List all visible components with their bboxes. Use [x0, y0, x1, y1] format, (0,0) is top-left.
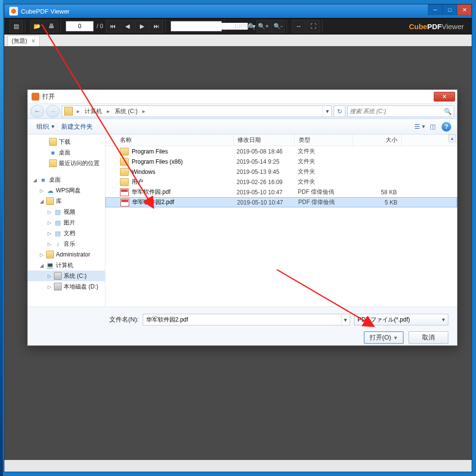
chevron-right-icon[interactable]: ▸ — [105, 108, 112, 115]
fit-page-button[interactable]: ⛶ — [306, 20, 320, 33]
cancel-button[interactable]: 取消 — [408, 331, 448, 344]
first-page-button[interactable]: ⏮ — [106, 20, 119, 33]
document-tab[interactable]: (無題) ✕ — [7, 35, 40, 46]
new-folder-button[interactable]: 新建文件夹 — [58, 120, 96, 133]
tree-item-icon — [46, 251, 54, 258]
file-row[interactable]: Program Files2019-05-08 18:46文件夹 — [105, 146, 457, 156]
tree-item[interactable]: ▷♪音乐 — [28, 238, 105, 249]
column-header-date[interactable]: 修改日期 — [234, 135, 295, 146]
tree-item[interactable]: ▷▧图片 — [28, 217, 105, 228]
tree-expand-icon[interactable]: ◢ — [38, 263, 45, 268]
preview-pane-button[interactable]: ◫ — [428, 122, 438, 131]
fit-width-button[interactable]: ↔ — [292, 20, 306, 33]
file-row[interactable]: 华军软件园2.pdf2019-05-10 10:47PDF 儅偉儉傿5 KB — [105, 197, 457, 207]
folder-tree[interactable]: 下载■桌面最近访问的位置◢■桌面▷☁WPS网盘◢库▷▧视频▷▧图片▷▧文档▷♪音… — [28, 135, 105, 306]
file-type-filter[interactable]: PDF ファイル(*.pdf) ▾ — [354, 314, 448, 325]
minimize-button[interactable]: ─ — [428, 4, 442, 15]
print-button[interactable]: 🖶 — [45, 20, 58, 33]
tree-expand-icon[interactable]: ▷ — [46, 209, 53, 215]
split-dropdown-icon[interactable]: ▼ — [393, 335, 398, 340]
tree-expand-icon[interactable]: ◢ — [38, 199, 45, 204]
file-date: 2019-05-08 18:46 — [237, 148, 298, 155]
refresh-button[interactable]: ↻ — [334, 105, 345, 117]
tree-expand-icon[interactable]: ◢ — [32, 177, 38, 183]
breadcrumb-dropdown-icon[interactable]: ▾ — [323, 106, 331, 117]
column-header-size[interactable]: 大小 — [353, 135, 402, 146]
app-icon — [9, 7, 18, 16]
tree-item[interactable]: 下载 — [28, 136, 105, 147]
tree-expand-icon[interactable]: ▷ — [46, 231, 53, 236]
last-page-button[interactable]: ⏭ — [150, 20, 163, 33]
tree-expand-icon[interactable]: ▷ — [46, 273, 53, 279]
chevron-right-icon[interactable]: ▸ — [140, 108, 147, 115]
tree-item[interactable]: ▷▧文档 — [28, 228, 105, 238]
filename-history-dropdown-icon[interactable]: ▾ — [341, 314, 350, 325]
tree-item[interactable]: ▷▧视频 — [28, 206, 105, 217]
maximize-button[interactable]: □ — [442, 4, 457, 15]
help-button[interactable]: ? — [442, 122, 451, 132]
scroll-up-icon[interactable]: ▲ — [448, 135, 456, 142]
tree-item[interactable]: ▷系统 (C:) — [28, 271, 105, 281]
zoom-in-button[interactable]: 🔍+ — [256, 20, 270, 33]
tree-expand-icon[interactable]: ▷ — [46, 241, 53, 247]
tree-item-label: 视频 — [64, 208, 75, 216]
zoom-out-button[interactable]: 🔍- — [271, 20, 285, 33]
nav-back-button[interactable]: ← — [31, 105, 44, 118]
tree-item[interactable]: ◢■桌面 — [28, 174, 105, 185]
file-date: 2019-05-13 9:45 — [237, 169, 298, 175]
organize-menu[interactable]: 组织▼ — [34, 120, 58, 133]
tab-close-icon[interactable]: ✕ — [31, 38, 35, 44]
tree-expand-icon[interactable]: ▷ — [46, 284, 53, 289]
tree-item-label: 桌面 — [59, 149, 70, 157]
tree-item[interactable]: ▷本地磁盘 (D:) — [28, 281, 105, 292]
tree-item[interactable]: ◢库 — [28, 196, 105, 206]
tree-item-icon: ■ — [49, 149, 57, 156]
tree-item[interactable]: ■桌面 — [28, 147, 105, 158]
chevron-right-icon[interactable]: ▸ — [75, 108, 82, 115]
filename-input[interactable] — [143, 316, 341, 323]
tree-item-icon: 💻 — [46, 261, 54, 269]
view-options-button[interactable]: ☰▼ — [412, 122, 428, 131]
close-button[interactable]: ✕ — [457, 4, 472, 15]
tree-item[interactable]: ▷☁WPS网盘 — [28, 185, 105, 196]
tree-expand-icon[interactable]: ▷ — [38, 252, 45, 257]
file-type: 文件夹 — [298, 168, 356, 176]
breadcrumb-seg-computer[interactable]: 计算机 — [82, 107, 105, 116]
tree-expand-icon[interactable]: ▷ — [46, 220, 53, 225]
tree-item[interactable]: 最近访问的位置 — [28, 158, 105, 169]
filename-label: 文件名(N): — [36, 315, 139, 324]
file-row[interactable]: 用户2019-02-26 16:09文件夹 — [105, 177, 457, 187]
open-file-button[interactable]: 📂 — [30, 20, 44, 33]
folder-search-box: 🔍 — [347, 105, 454, 117]
tree-item[interactable]: ▷Administrator — [28, 249, 105, 260]
column-header-type[interactable]: 类型 — [295, 135, 353, 146]
file-row[interactable]: Windows2019-05-13 9:45文件夹 — [105, 167, 457, 177]
app-toolbar: ▤ 📂 🖶 / 0 ⏮ ◀ ▶ ⏭ 🔍 100% ▾ 🔍+ 🔍- ↔ — [4, 18, 472, 34]
next-page-button[interactable]: ▶ — [135, 20, 149, 33]
file-date: 2019-05-10 10:47 — [237, 199, 298, 206]
page-number-input[interactable] — [66, 21, 94, 32]
zoom-dropdown-icon[interactable]: ▾ — [250, 23, 255, 30]
titlebar[interactable]: CubePDF Viewer ─ □ ✕ — [4, 4, 472, 18]
search-icon[interactable]: 🔍 — [444, 108, 452, 115]
thumbnails-button[interactable]: ▤ — [9, 20, 23, 33]
tree-expand-icon[interactable]: ▷ — [38, 188, 45, 193]
folder-search-input[interactable] — [350, 108, 444, 115]
dialog-titlebar[interactable]: 打开 ✕ — [28, 90, 457, 103]
file-list-pane: ▲ 名称 修改日期 类型 大小 Program Files2019-05-08 … — [105, 135, 457, 306]
folder-icon — [120, 178, 129, 186]
dialog-close-button[interactable]: ✕ — [434, 92, 455, 102]
breadcrumb-seg-drive[interactable]: 系统 (C:) — [112, 107, 140, 116]
column-header-name[interactable]: 名称 — [105, 135, 234, 146]
tree-item[interactable]: ◢💻计算机 — [28, 260, 105, 271]
file-row[interactable]: 华军软件园.pdf2019-05-10 10:47PDF 儅偉儉傿58 KB — [105, 187, 457, 197]
search-box: 🔍 — [170, 21, 222, 32]
file-name: Windows — [132, 169, 237, 175]
nav-forward-button[interactable]: → — [46, 105, 60, 118]
file-list[interactable]: Program Files2019-05-08 18:46文件夹Program … — [105, 146, 457, 306]
breadcrumb[interactable]: ▸ 计算机▸ 系统 (C:)▸ ▾ — [62, 105, 332, 117]
open-button[interactable]: 打开(O)▼ — [364, 331, 404, 344]
file-row[interactable]: Program Files (x86)2019-05-14 9:25文件夹 — [105, 156, 457, 167]
open-file-dialog: 打开 ✕ ← → ▸ 计算机▸ 系统 (C:)▸ ▾ ↻ 🔍 组织▼ 新建文件夹… — [27, 89, 458, 346]
prev-page-button[interactable]: ◀ — [120, 20, 134, 33]
